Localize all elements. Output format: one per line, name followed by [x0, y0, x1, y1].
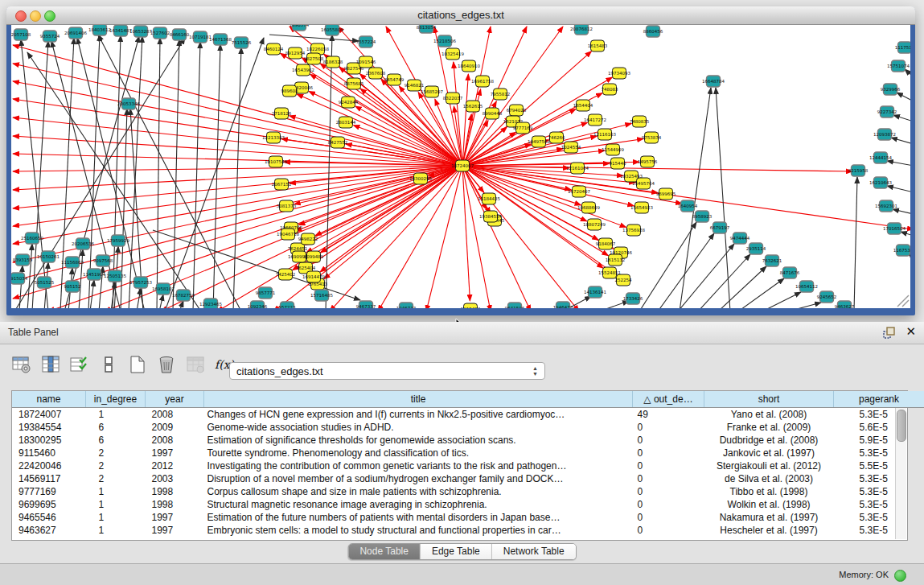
graph-node-label: 2367608: [366, 71, 386, 76]
graph-node-label: 20876812: [570, 27, 593, 31]
graph-edge[interactable]: [330, 166, 462, 308]
graph-edge[interactable]: [462, 166, 852, 171]
graph-node-label: 10325419: [441, 51, 464, 56]
graph-edge[interactable]: [887, 161, 910, 166]
graph-edge[interactable]: [698, 254, 750, 308]
column-header-short[interactable]: short: [704, 391, 834, 408]
graph-node-label: 12161064: [566, 166, 589, 171]
graph-node-label: 15716485: [310, 293, 333, 298]
graph-node-label: 9184067: [596, 241, 616, 246]
graph-edge[interactable]: [893, 115, 910, 122]
graph-node-label: 11451904: [83, 272, 105, 277]
graph-edge[interactable]: [426, 166, 462, 308]
graph-node-label: 1562615: [463, 104, 483, 109]
column-header-in_degree[interactable]: in_degree: [86, 391, 146, 408]
column-header-out_degree[interactable]: △ out_de…: [633, 391, 704, 408]
cell-short: Yano et al. (2008): [704, 408, 834, 422]
graph-edge[interactable]: [678, 244, 734, 308]
column-header-title[interactable]: title: [204, 391, 633, 408]
cell-out_degree: 0: [633, 447, 704, 459]
graph-node-label: 8322037: [443, 96, 463, 101]
network-graph[interactable]: 2057108935572420691406184036121634148710…: [11, 25, 910, 308]
close-panel-icon[interactable]: ✕: [906, 324, 916, 339]
graph-node-label: 16961758: [471, 79, 494, 84]
graph-edge[interactable]: [762, 292, 801, 308]
graph-edge[interactable]: [193, 42, 200, 308]
table-column-icon[interactable]: [40, 354, 61, 375]
cell-in_degree: 1: [86, 511, 146, 524]
graph-edge[interactable]: [887, 186, 910, 192]
graph-node-label: 19734093: [608, 71, 630, 76]
table-row[interactable]: 977716911998Corpus callosum shape and si…: [12, 485, 924, 498]
column-header-pagerank[interactable]: pagerank: [834, 391, 924, 408]
table-row[interactable]: 911546021997Tourette syndrome. Phenomeno…: [12, 447, 924, 459]
graph-edge[interactable]: [891, 138, 910, 144]
graph-edge[interactable]: [716, 88, 730, 308]
graph-edge[interactable]: [901, 232, 910, 236]
graph-edge[interactable]: [854, 177, 857, 308]
graph-node-label: 1495756: [638, 159, 658, 164]
graph-edge[interactable]: [718, 266, 766, 308]
graph-node-label: 12213383: [262, 135, 285, 140]
graph-node-label: 16958107: [152, 286, 175, 291]
graph-node-label: 9329966: [881, 87, 901, 92]
column-header-year[interactable]: year: [146, 391, 204, 408]
table-row[interactable]: 2242004622012Investigating the contribut…: [12, 459, 924, 472]
table-select-icon[interactable]: [69, 354, 90, 375]
graph-edge[interactable]: [462, 27, 563, 166]
graph-edge[interactable]: [893, 209, 910, 214]
network-canvas[interactable]: 2057108935572420691406184036121634148710…: [11, 25, 910, 308]
graph-edge[interactable]: [312, 166, 462, 264]
graph-edge[interactable]: [159, 295, 163, 308]
table-row[interactable]: 1872400712008Changes of HCN gene express…: [12, 408, 924, 422]
graph-edge[interactable]: [306, 166, 462, 253]
table-row[interactable]: 1938455462009Genome-wide association stu…: [12, 421, 924, 434]
cell-pagerank: 5.3E-5: [834, 472, 924, 485]
new-file-icon[interactable]: [127, 354, 148, 375]
graph-node-label: 7632621: [762, 258, 782, 263]
cell-year: 2009: [146, 421, 204, 434]
table-scrollbar[interactable]: [895, 408, 906, 539]
table-row[interactable]: 946554611997Estimation of the future num…: [12, 511, 924, 524]
graph-node-label: 1946473: [553, 305, 573, 308]
table-row[interactable]: 1456911722003Disruption of a novel membe…: [12, 472, 924, 485]
float-window-icon[interactable]: [883, 327, 895, 339]
cell-name: 9699695: [12, 498, 86, 511]
graph-edge[interactable]: [462, 166, 910, 229]
graph-node-label: 20206536: [72, 241, 94, 246]
scrollbar-thumb[interactable]: [897, 410, 906, 442]
graph-edge[interactable]: [905, 69, 910, 77]
graph-edge[interactable]: [658, 233, 714, 308]
table-row[interactable]: 946362711997Embryonic stem cells: a mode…: [12, 524, 924, 537]
rows-icon[interactable]: [98, 354, 119, 375]
graph-node-label: 1024554: [561, 145, 581, 150]
network-view-window[interactable]: citations_edges.txt 20571089355724206914…: [6, 6, 915, 315]
window-titlebar[interactable]: citations_edges.txt: [6, 6, 915, 25]
graph-edge[interactable]: [173, 39, 179, 308]
trash-icon[interactable]: [156, 354, 177, 375]
resize-grip-icon[interactable]: [897, 295, 909, 307]
cell-title: Corpus callosum shape and size in male p…: [204, 485, 633, 498]
graph-edge[interactable]: [88, 35, 100, 308]
tab-node-table[interactable]: Node Table: [348, 544, 421, 559]
graph-edge[interactable]: [90, 280, 94, 308]
graph-edge[interactable]: [462, 166, 579, 308]
tab-network-table[interactable]: Network Table: [492, 544, 576, 559]
cell-title: Genome-wide association studies in ADHD.: [204, 421, 633, 434]
table-row[interactable]: 1830029562008Estimation of significance …: [12, 434, 924, 447]
table-settings-icon[interactable]: [11, 354, 32, 375]
table-row[interactable]: 969969511998Structural magnetic resonanc…: [12, 498, 924, 511]
graph-edge[interactable]: [48, 166, 462, 308]
cell-short: Franke et al. (2009): [704, 421, 834, 434]
tab-edge-table[interactable]: Edge Table: [421, 544, 492, 559]
graph-node-label: 1046733: [396, 306, 417, 308]
column-header-name[interactable]: name: [12, 391, 86, 408]
network-select-dropdown[interactable]: citations_edges.txt ▲▼: [229, 362, 545, 380]
cell-out_degree: 0: [633, 498, 704, 511]
graph-edge[interactable]: [599, 301, 629, 308]
graph-edge[interactable]: [897, 93, 910, 101]
graph-edge[interactable]: [788, 303, 821, 308]
cell-out_degree: 0: [633, 524, 704, 537]
graph-node-label: 19046718: [277, 232, 299, 237]
graph-edge[interactable]: [639, 222, 696, 308]
